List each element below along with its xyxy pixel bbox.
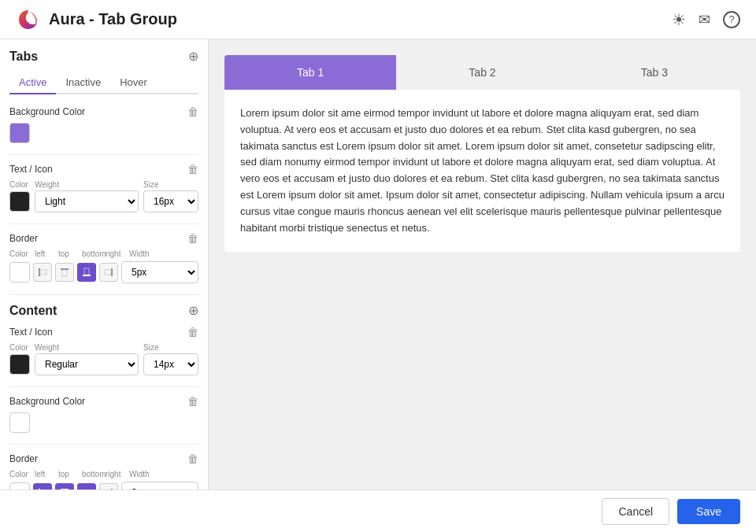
content-bg-color-header: Background Color 🗑 xyxy=(9,395,198,408)
svg-rect-5 xyxy=(84,268,89,275)
tabs-nav: Active Inactive Hover xyxy=(9,72,198,94)
cb-left-label: left xyxy=(35,470,54,478)
text-icon-fields: Light Regular Medium Bold 12px 14px 16px… xyxy=(9,190,198,212)
tab-group-tabs: Tab 1 Tab 2 Tab 3 xyxy=(224,55,740,90)
content-border-left-btn[interactable] xyxy=(33,483,52,490)
text-icon-delete[interactable]: 🗑 xyxy=(187,163,198,175)
content-section: Content ⊕ Text / Icon 🗑 Color Weight Siz… xyxy=(9,294,198,490)
content-text-icon-weight-select[interactable]: Light Regular Medium Bold xyxy=(35,353,139,375)
border-left-label: left xyxy=(35,249,54,258)
text-icon-header: Text / Icon 🗑 xyxy=(9,163,198,175)
cb-width-label: Width xyxy=(129,470,198,478)
svg-rect-7 xyxy=(105,270,111,275)
sun-icon[interactable]: ☀ xyxy=(672,10,686,29)
tab-group-content: Lorem ipsum dolor sit ame eirmod tempor … xyxy=(224,90,740,252)
content-text-icon-size-select[interactable]: 12px 14px 16px 18px xyxy=(143,353,198,375)
cb-top-label: top xyxy=(58,470,77,478)
content-text-icon-delete[interactable]: 🗑 xyxy=(187,326,198,338)
content-text-icon-section: Text / Icon 🗑 Color Weight Size Light Re… xyxy=(9,326,198,375)
text-icon-col-labels: Color Weight Size xyxy=(9,180,198,189)
cb-right-label: right xyxy=(106,470,124,478)
content-border-controls: 1px 2px 3px 5px xyxy=(9,482,198,490)
tab-group-tab-1[interactable]: Tab 1 xyxy=(224,55,396,90)
border-bottom-btn[interactable] xyxy=(77,263,96,282)
svg-rect-1 xyxy=(40,270,46,275)
border-delete[interactable]: 🗑 xyxy=(187,232,198,245)
background-color-header: Background Color 🗑 xyxy=(9,105,198,118)
content-border-top-btn[interactable] xyxy=(55,483,74,490)
content-border-color-swatch[interactable] xyxy=(9,482,30,490)
tab-group-container: Tab 1 Tab 2 Tab 3 Lorem ipsum dolor sit … xyxy=(224,55,740,252)
border-left-btn[interactable] xyxy=(33,263,52,282)
aura-logo xyxy=(16,7,41,32)
c-color-label: Color xyxy=(9,343,30,352)
help-icon[interactable]: ? xyxy=(723,11,740,28)
text-icon-color-swatch[interactable] xyxy=(9,191,30,212)
border-width-select[interactable]: 1px 2px 3px 5px 8px xyxy=(121,261,198,283)
content-border-label: Border xyxy=(9,453,38,464)
tab-group-tab-2[interactable]: Tab 2 xyxy=(396,55,568,90)
border-width-label: Width xyxy=(129,249,198,258)
content-border-delete[interactable]: 🗑 xyxy=(187,453,198,465)
background-color-label: Background Color xyxy=(9,106,85,117)
border-right-btn[interactable] xyxy=(99,263,118,282)
top-bar: Aura - Tab Group ☀ ✉ ? xyxy=(0,0,756,39)
content-text-icon-label: Text / Icon xyxy=(9,327,53,338)
tab-nav-hover[interactable]: Hover xyxy=(110,72,157,94)
text-icon-weight-select[interactable]: Light Regular Medium Bold xyxy=(35,190,139,212)
tabs-section-title: Tabs xyxy=(9,50,38,64)
color-col-label: Color xyxy=(9,180,30,189)
content-bg-color-label: Background Color xyxy=(9,396,85,407)
text-icon-size-select[interactable]: 12px 14px 16px 18px xyxy=(143,190,198,212)
content-section-expand[interactable]: ⊕ xyxy=(188,303,198,318)
text-icon-section: Text / Icon 🗑 Color Weight Size Light Re… xyxy=(9,163,198,212)
svg-rect-3 xyxy=(62,270,67,276)
border-top-label: top xyxy=(58,249,77,258)
content-bg-color-delete[interactable]: 🗑 xyxy=(187,395,198,408)
tabs-section-expand[interactable]: ⊕ xyxy=(188,49,198,64)
right-panel: Tab 1 Tab 2 Tab 3 Lorem ipsum dolor sit … xyxy=(209,39,756,490)
background-color-delete[interactable]: 🗑 xyxy=(187,105,198,118)
border-header: Border 🗑 xyxy=(9,232,198,245)
border-right-label: right xyxy=(106,249,124,258)
cb-color-label: Color xyxy=(9,470,30,478)
content-text-icon-labels: Color Weight Size xyxy=(9,343,198,352)
cb-bottom-label: bottom xyxy=(82,470,101,478)
content-border-col-labels: Color left top bottom right Width xyxy=(9,470,198,478)
c-weight-label: Weight xyxy=(35,343,139,352)
content-bg-color-swatch[interactable] xyxy=(9,412,30,433)
mail-icon[interactable]: ✉ xyxy=(699,11,710,28)
content-border-header: Border 🗑 xyxy=(9,453,198,465)
content-section-title: Content xyxy=(9,304,57,318)
page-title: Aura - Tab Group xyxy=(49,10,177,28)
save-button[interactable]: Save xyxy=(677,499,740,524)
tab-group-content-text: Lorem ipsum dolor sit ame eirmod tempor … xyxy=(240,105,724,236)
main-content: Tabs ⊕ Active Inactive Hover Background … xyxy=(0,39,756,490)
content-text-icon-color-swatch[interactable] xyxy=(9,354,30,375)
header-icons: ☀ ✉ ? xyxy=(672,10,740,29)
top-bar-left: Aura - Tab Group xyxy=(16,7,177,32)
cancel-button[interactable]: Cancel xyxy=(602,498,669,525)
content-section-header: Content ⊕ xyxy=(9,303,198,318)
tabs-section-header: Tabs ⊕ xyxy=(9,49,198,64)
content-border-right-btn[interactable] xyxy=(99,483,118,490)
bottom-bar: Cancel Save xyxy=(0,490,756,532)
size-col-label: Size xyxy=(143,180,198,189)
content-text-icon-header: Text / Icon 🗑 xyxy=(9,326,198,338)
content-border-bottom-btn[interactable] xyxy=(77,483,96,490)
content-text-icon-fields: Light Regular Medium Bold 12px 14px 16px… xyxy=(9,353,198,375)
border-col-labels: Color left top bottom right Width xyxy=(9,249,198,258)
content-border-section: Border 🗑 Color left top bottom right Wid… xyxy=(9,453,198,490)
border-label: Border xyxy=(9,233,38,244)
content-border-width-select[interactable]: 1px 2px 3px 5px xyxy=(121,482,198,490)
background-color-swatch[interactable] xyxy=(9,123,30,143)
border-color-swatch[interactable] xyxy=(9,262,30,283)
tab-group-tab-3[interactable]: Tab 3 xyxy=(569,55,740,90)
tab-nav-active[interactable]: Active xyxy=(9,72,56,94)
content-bg-color-section: Background Color 🗑 xyxy=(9,395,198,433)
tab-nav-inactive[interactable]: Inactive xyxy=(56,72,110,94)
border-color-label: Color xyxy=(9,249,30,258)
text-icon-label: Text / Icon xyxy=(9,164,53,175)
border-top-btn[interactable] xyxy=(55,263,74,282)
left-panel: Tabs ⊕ Active Inactive Hover Background … xyxy=(0,39,209,490)
